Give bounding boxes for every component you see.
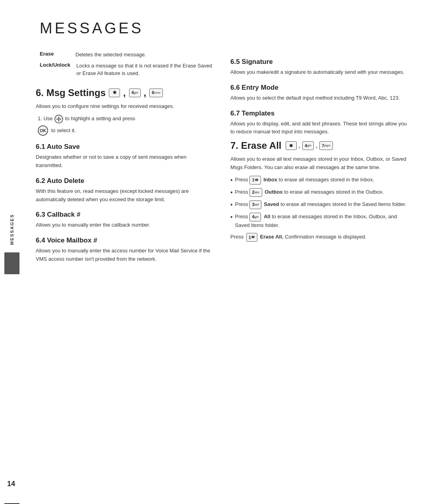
final-label: Erase All. bbox=[260, 234, 284, 240]
bullet1-key: 1☎ bbox=[249, 176, 261, 185]
bullet1-content: Press 1☎ Inbox to erase all messages sto… bbox=[235, 176, 375, 185]
erase-term: Erase bbox=[40, 51, 70, 57]
erase-all-bullets: Press 1☎ Inbox to erase all messages sto… bbox=[230, 176, 409, 229]
bullet2-key: 2abc bbox=[249, 188, 262, 197]
key2-sup: ghi bbox=[134, 91, 138, 94]
bullet3-key: 3def bbox=[249, 200, 261, 209]
erase-def-row: Erase Deletes the selected message. bbox=[40, 51, 214, 59]
section65: 6.5 Signature Allows you make/edit a sig… bbox=[230, 58, 409, 77]
svg-point-5 bbox=[58, 118, 60, 120]
section67: 6.7 Templates Allows you to display, edi… bbox=[230, 110, 409, 137]
bullet4-press: Press bbox=[235, 214, 248, 219]
lock-term: Lock/Unlock bbox=[40, 62, 70, 68]
section7-heading-row: 7. Erase All ✱ , 4ghi , 7pqrs bbox=[230, 140, 409, 151]
section62-heading: 6.2 Auto Delete bbox=[36, 177, 214, 185]
two-column-layout: Erase Deletes the selected message. Lock… bbox=[36, 51, 409, 267]
page-number: 14 bbox=[7, 480, 15, 488]
bullet2: Press 2abc Outbox to erase all messages … bbox=[230, 188, 409, 197]
svg-marker-1 bbox=[58, 116, 60, 118]
bullet2-press: Press bbox=[235, 189, 248, 195]
bullet4-key: 4ghi bbox=[249, 213, 261, 221]
erase-all-key1: ✱ bbox=[286, 141, 297, 150]
bullet1-press: Press bbox=[235, 177, 248, 183]
comma1: , bbox=[123, 87, 126, 98]
bullet2-desc: to erase all messages stored in the Outb… bbox=[284, 189, 384, 195]
section64-heading: 6.4 Voice Mailbox # bbox=[36, 237, 214, 244]
bullet3-desc: to erase all messages stored in the Save… bbox=[280, 201, 406, 207]
step1-mid: to highlight a setting and press bbox=[65, 116, 135, 122]
erase-key3-sup: pqrs bbox=[324, 144, 330, 147]
left-column: Erase Deletes the selected message. Lock… bbox=[36, 51, 214, 267]
lock-desc: Locks a message so that it is not erased… bbox=[76, 62, 214, 77]
final-key: 1☎ bbox=[246, 233, 257, 242]
ok-button-icon: OK bbox=[38, 125, 48, 136]
svg-marker-3 bbox=[56, 118, 58, 120]
section67-desc: Allows you to display, edit, and add tex… bbox=[230, 120, 409, 137]
sidebar-label: MESSAGES bbox=[10, 214, 14, 245]
erase-desc: Deletes the selected message. bbox=[75, 51, 146, 59]
msg-settings-key2: 4ghi bbox=[129, 88, 141, 97]
comma2: , bbox=[144, 87, 147, 98]
bullet4-content: Press 4ghi All to erase all messages sto… bbox=[235, 213, 409, 229]
erase-key2-sup: ghi bbox=[307, 144, 311, 147]
step1-prefix: 1. Use bbox=[38, 116, 53, 122]
page-title: MESSAGES bbox=[36, 20, 409, 37]
section61-desc: Designates whether or not to save a copy… bbox=[36, 153, 214, 170]
right-column: 6.5 Signature Allows you make/edit a sig… bbox=[230, 51, 409, 267]
section63: 6.3 Callback # Allows you to manually en… bbox=[36, 211, 214, 229]
msg-settings-key1: ✱ bbox=[109, 88, 120, 97]
section6: 6. Msg Settings ✱ , 4ghi , 6mno bbox=[36, 87, 214, 136]
erase-all-key2: 4ghi bbox=[302, 141, 314, 150]
sidebar: MESSAGES 14 bbox=[0, 0, 24, 504]
lock-def-row: Lock/Unlock Locks a message so that it i… bbox=[40, 62, 214, 77]
section63-desc: Allows you to manually enter the callbac… bbox=[36, 221, 214, 229]
main-content: MESSAGES Erase Deletes the selected mess… bbox=[24, 0, 429, 504]
section62: 6.2 Auto Delete With this feature on, re… bbox=[36, 177, 214, 204]
svg-marker-2 bbox=[58, 120, 60, 122]
step1-end: to select it. bbox=[51, 127, 76, 133]
section7: 7. Erase All ✱ , 4ghi , 7pqrs bbox=[230, 140, 409, 242]
section61-heading: 6.1 Auto Save bbox=[36, 143, 214, 151]
bullet1-desc: to erase all messages stored in the Inbo… bbox=[279, 177, 375, 183]
section6-desc: Allows you to configure nine settings fo… bbox=[36, 102, 214, 111]
section66: 6.6 Entry Mode Allows you to select the … bbox=[230, 84, 409, 102]
key1-symbol: ✱ bbox=[113, 90, 116, 95]
bullet3-label: Saved bbox=[264, 201, 279, 207]
erase-key1-symbol: ✱ bbox=[289, 144, 293, 148]
final-desc: Confirmation message is displayed. bbox=[285, 234, 366, 240]
bullet2-content: Press 2abc Outbox to erase all messages … bbox=[235, 188, 384, 197]
section64-desc: Allows you to manually enter the access … bbox=[36, 247, 214, 264]
section7-title: 7. Erase All bbox=[230, 140, 282, 151]
section64: 6.4 Voice Mailbox # Allows you to manual… bbox=[36, 237, 214, 264]
step1: 1. Use to highlight a setting and pres bbox=[38, 114, 214, 124]
msg-settings-key3: 6mno bbox=[149, 88, 163, 97]
erase-all-key3: 7pqrs bbox=[319, 141, 333, 150]
bullet3: Press 3def Saved to erase all messages s… bbox=[230, 200, 409, 210]
sidebar-block bbox=[4, 252, 19, 274]
svg-marker-4 bbox=[60, 118, 62, 120]
section63-heading: 6.3 Callback # bbox=[36, 211, 214, 219]
section6-steps: 1. Use to highlight a setting and pres bbox=[36, 114, 214, 136]
section7-desc: Allows you to erase all text messages st… bbox=[230, 155, 409, 172]
section66-heading: 6.6 Entry Mode bbox=[230, 84, 409, 92]
section6-title: 6. Msg Settings bbox=[36, 87, 106, 98]
nav-icon bbox=[54, 114, 64, 124]
bullet2-label: Outbox bbox=[265, 189, 283, 195]
section62-desc: With this feature on, read messages (exc… bbox=[36, 187, 214, 204]
section67-heading: 6.7 Templates bbox=[230, 110, 409, 117]
section66-desc: Allows you to select the default input m… bbox=[230, 94, 409, 102]
section61: 6.1 Auto Save Designates whether or not … bbox=[36, 143, 214, 170]
step1-continued: OK to select it. bbox=[38, 125, 214, 136]
bullet1-label: Inbox bbox=[263, 177, 277, 183]
bullet3-content: Press 3def Saved to erase all messages s… bbox=[235, 200, 406, 209]
key3-sup: mno bbox=[154, 91, 160, 94]
erase-comma2: , bbox=[316, 142, 317, 149]
bullet4: Press 4ghi All to erase all messages sto… bbox=[230, 213, 409, 229]
final-press: Press bbox=[230, 234, 243, 240]
bullet4-label: All bbox=[264, 214, 271, 219]
definitions-table: Erase Deletes the selected message. Lock… bbox=[36, 51, 214, 77]
section6-heading: 6. Msg Settings ✱ , 4ghi , 6mno bbox=[36, 87, 214, 98]
erase-comma1: , bbox=[299, 142, 300, 149]
section65-heading: 6.5 Signature bbox=[230, 58, 409, 66]
bullet1: Press 1☎ Inbox to erase all messages sto… bbox=[230, 176, 409, 185]
